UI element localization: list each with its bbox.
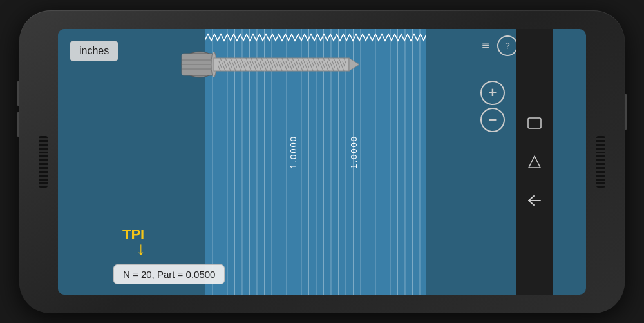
unit-button[interactable]: inches [70,41,118,61]
svg-rect-12 [218,58,346,71]
speaker-left [39,136,48,188]
volume-down-button[interactable] [17,112,19,137]
ruler-label-left: 1.0000 [289,135,298,169]
recents-button[interactable] [524,113,545,133]
navigation-bar [516,29,553,295]
screw-image [180,35,361,96]
speaker-right [596,136,605,188]
ruler-label-right: 1.0000 [349,135,359,169]
zoom-controls: + − [480,81,505,132]
svg-rect-14 [528,118,541,128]
back-button[interactable] [524,190,545,211]
phone-device: 1.0000 1.0000 inches ≡ ? 🔓 + − TPI ↓ N =… [19,10,625,313]
zoom-out-button[interactable]: − [480,108,505,132]
result-display: N = 20, Part = 0.0500 [113,264,225,284]
power-button[interactable] [625,94,627,130]
zoom-in-button[interactable]: + [480,81,505,105]
tpi-arrow: ↓ [137,239,146,259]
svg-marker-15 [529,156,540,168]
screen-bezel: 1.0000 1.0000 inches ≡ ? 🔓 + − TPI ↓ N =… [58,29,586,295]
app-screen: 1.0000 1.0000 inches ≡ ? 🔓 + − TPI ↓ N =… [58,29,550,295]
svg-marker-13 [349,58,359,71]
help-button[interactable]: ? [497,35,518,56]
volume-up-button[interactable] [17,81,19,106]
menu-icon[interactable]: ≡ [479,35,492,55]
home-button[interactable] [524,152,545,172]
